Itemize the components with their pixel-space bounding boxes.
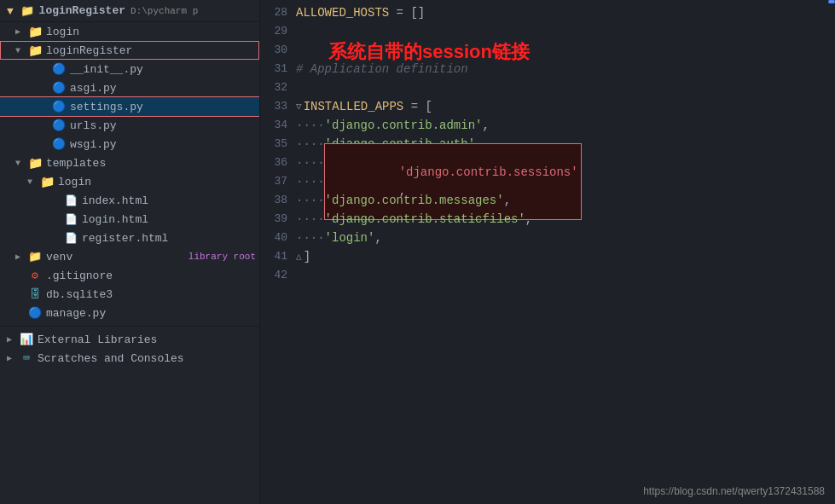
line-num: 31	[260, 60, 287, 78]
arrow-icon: ▶	[7, 334, 19, 345]
venv-suffix: library root	[188, 252, 256, 262]
sidebar-item-index-html[interactable]: 📄 index.html	[0, 191, 259, 210]
arrow-icon: ▼	[15, 46, 27, 55]
sidebar-item-urls[interactable]: 🔵 urls.py	[0, 116, 259, 135]
sidebar-item-login[interactable]: ▶ 📁 login	[0, 22, 259, 41]
line-num: 35	[260, 135, 287, 154]
sidebar-item-scratches[interactable]: ▶ ⌨ Scratches and Consoles	[0, 349, 259, 368]
sidebar-item-venv[interactable]: ▶ 📁 venv library root	[0, 247, 259, 266]
sidebar-item-register-html[interactable]: 📄 register.html	[0, 229, 259, 247]
sidebar-item-label: login	[46, 26, 256, 38]
sidebar-item-manage[interactable]: 🔵 manage.py	[0, 304, 259, 322]
line-num: 37	[260, 172, 287, 191]
code-line-32	[296, 78, 835, 97]
arrow-icon: ▼	[27, 177, 39, 187]
line-num: 39	[260, 210, 287, 229]
code-token: = []	[389, 3, 425, 22]
code-token: 'django.contrib.admin'	[325, 116, 483, 135]
project-path: D:\pycharm p	[130, 6, 198, 16]
code-token: ····	[296, 135, 325, 154]
sidebar-item-templates[interactable]: ▼ 📁 templates	[0, 154, 259, 172]
code-token: ,	[482, 116, 489, 135]
sidebar-item-ext-lib[interactable]: ▶ 📊 External Libraries	[0, 330, 259, 349]
git-icon: ⚙	[27, 269, 43, 282]
sidebar-item-asgi[interactable]: 🔵 asgi.py	[0, 78, 259, 97]
sidebar-item-label: login	[58, 176, 256, 188]
line-num: 30	[260, 41, 287, 60]
watermark: https://blog.csdn.net/qwerty1372431588	[643, 485, 825, 497]
code-token: 'django.contrib.messages'	[325, 191, 504, 210]
code-token: ]	[304, 247, 310, 266]
sidebar-item-label: manage.py	[46, 307, 256, 320]
console-icon: ⌨	[19, 351, 34, 365]
line-num: 41	[260, 247, 287, 266]
sidebar-item-label: __init__.py	[70, 63, 256, 76]
code-content[interactable]: ALLOWED_HOSTS = [] # Application definit…	[296, 2, 835, 504]
code-token: 'django.contrib.staticfiles'	[325, 210, 525, 229]
sidebar-item-loginregister-pkg[interactable]: ▼ 📁 loginRegister	[0, 41, 259, 60]
sidebar-item-templates-login[interactable]: ▼ 📁 login	[0, 172, 259, 191]
python-file-icon: 🔵	[27, 306, 43, 320]
editor-content-area: 28 29 30 31 32 33 34 35 36 37 38 39 40 4…	[260, 0, 835, 504]
code-line-41: △ ]	[296, 247, 835, 266]
file-tree-sidebar: ▼ 📁 loginRegister D:\pycharm p ▶ 📁 login…	[0, 0, 260, 504]
sidebar-item-db[interactable]: 🗄 db.sqlite3	[0, 285, 259, 304]
sidebar-item-label: urls.py	[70, 119, 256, 132]
sidebar-item-gitignore[interactable]: ⚙ .gitignore	[0, 266, 259, 285]
code-token: ,	[374, 229, 381, 247]
sidebar-item-login-html[interactable]: 📄 login.html	[0, 210, 259, 229]
collapse-indicator: ▽	[296, 97, 302, 116]
python-file-icon: 🔵	[51, 100, 67, 113]
code-line-33: ▽ INSTALLED_APPS = [	[296, 97, 835, 116]
sidebar-item-wsgi[interactable]: 🔵 wsgi.py	[0, 135, 259, 154]
code-line-31: # Application definition	[296, 60, 835, 78]
lib-icon: 📊	[19, 333, 34, 346]
line-num: 40	[260, 229, 287, 247]
arrow-icon: ▼	[15, 159, 27, 168]
sidebar-item-label: register.html	[82, 232, 256, 245]
sidebar-item-label: wsgi.py	[70, 138, 256, 151]
sidebar-item-label: venv	[46, 251, 183, 264]
code-line-34: ···· 'django.contrib.admin' ,	[296, 116, 835, 135]
code-line-42	[296, 266, 835, 285]
python-file-icon: 🔵	[51, 119, 67, 132]
project-header[interactable]: ▼ 📁 loginRegister D:\pycharm p	[0, 0, 259, 22]
db-icon: 🗄	[27, 287, 43, 301]
sidebar-item-settings[interactable]: 🔵 settings.py	[0, 97, 259, 116]
code-token: ····	[296, 210, 325, 229]
code-token: ····	[296, 116, 325, 135]
html-file-icon: 📄	[63, 212, 78, 226]
code-token: ALLOWED_HOSTS	[296, 3, 389, 22]
code-line-40: ···· 'login' ,	[296, 229, 835, 247]
line-num: 34	[260, 116, 287, 135]
code-editor: 系统自带的session链接 28 29 30 31 32 33 34 35 3…	[260, 0, 835, 504]
html-file-icon: 📄	[63, 231, 78, 245]
line-num: 32	[260, 78, 287, 97]
sidebar-item-label: External Libraries	[38, 333, 256, 346]
arrow-icon: ▶	[15, 26, 27, 37]
code-line-30	[296, 41, 835, 60]
code-line-28: ALLOWED_HOSTS = []	[296, 3, 835, 22]
sidebar-item-label: index.html	[82, 194, 256, 207]
python-file-icon: 🔵	[51, 137, 67, 151]
code-token: 'django.contrib.sessions'	[399, 165, 578, 179]
python-file-icon: 🔵	[51, 81, 67, 95]
code-token: ,	[504, 191, 511, 210]
arrow-icon: ▶	[15, 252, 27, 262]
scrollbar-indicator[interactable]	[828, 0, 835, 3]
code-token: # Application definition	[296, 60, 468, 78]
code-token: ····	[296, 229, 325, 247]
folder-icon: 📁	[39, 175, 55, 188]
code-token: ,	[525, 210, 532, 229]
line-num: 36	[260, 154, 287, 172]
code-token: 'login'	[325, 229, 375, 247]
line-num: 29	[260, 22, 287, 41]
sidebar-item-label: .gitignore	[46, 269, 256, 282]
sidebar-item-label: loginRegister	[46, 44, 256, 57]
sidebar-item-init[interactable]: 🔵 __init__.py	[0, 60, 259, 78]
collapse-indicator-close: △	[296, 247, 302, 266]
sidebar-item-label: asgi.py	[70, 82, 256, 95]
arrow-icon: ▶	[7, 353, 19, 363]
line-numbers: 28 29 30 31 32 33 34 35 36 37 38 39 40 4…	[260, 2, 296, 504]
code-token: ····	[296, 154, 325, 172]
